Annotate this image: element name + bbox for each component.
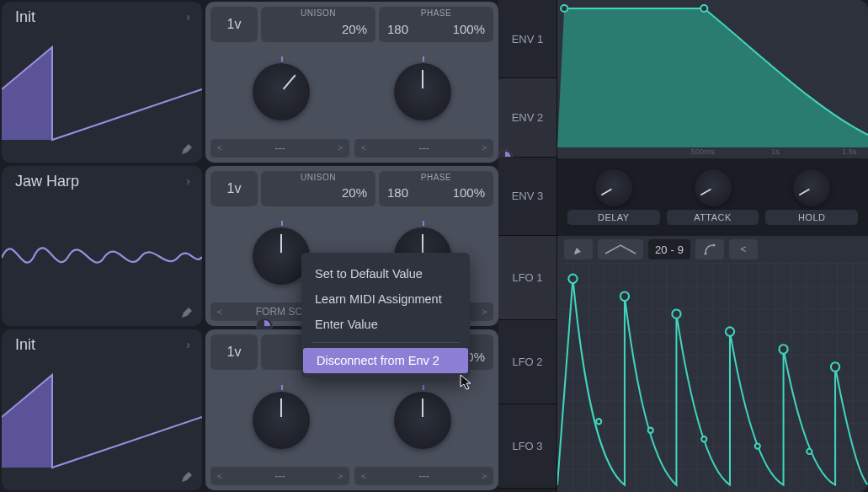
- waveform-display: [2, 195, 202, 313]
- svg-point-1: [561, 5, 567, 12]
- delay-knob[interactable]: [595, 169, 632, 206]
- hold-knob[interactable]: [793, 169, 830, 206]
- phase-group[interactable]: PHASE 180100%: [379, 7, 493, 42]
- lfo-toolbar: 20-9 <: [557, 236, 868, 263]
- svg-rect-9: [557, 263, 868, 492]
- context-menu: Set to Default Value Learn MIDI Assignme…: [301, 253, 470, 378]
- menu-enter-value[interactable]: Enter Value: [301, 312, 470, 337]
- osc-preset-name: Init: [15, 8, 35, 26]
- svg-point-6: [705, 253, 707, 255]
- env-knob-row: DELAY ATTACK HOLD: [557, 158, 868, 236]
- phase-knob[interactable]: [394, 63, 451, 120]
- svg-point-13: [726, 327, 734, 335]
- tab-lfo2[interactable]: LFO 2: [498, 320, 556, 404]
- svg-text:1s: 1s: [771, 147, 780, 156]
- svg-point-18: [701, 436, 706, 441]
- brush-icon[interactable]: [564, 239, 593, 259]
- pencil-icon[interactable]: [180, 142, 194, 156]
- nav-selector-1[interactable]: <--->: [210, 467, 349, 485]
- menu-separator: [312, 342, 460, 343]
- oscillator-column: Init › 1v UNISON 20% PHASE: [0, 0, 498, 492]
- unison-group[interactable]: UNISON 20%: [261, 7, 375, 42]
- curve-icon[interactable]: [695, 239, 724, 259]
- pencil-icon[interactable]: [180, 306, 194, 319]
- shape-preset-icon[interactable]: [598, 239, 643, 259]
- phase-knob[interactable]: [394, 392, 451, 449]
- modulation-column: ENV 1 ENV 2 ENV 3 500ms: [498, 0, 868, 492]
- pencil-icon[interactable]: [180, 470, 194, 484]
- menu-learn-midi[interactable]: Learn MIDI Assignment: [301, 286, 470, 312]
- svg-point-10: [568, 275, 577, 283]
- unison-knob[interactable]: [253, 392, 310, 449]
- chevron-right-icon[interactable]: ›: [186, 10, 190, 24]
- attack-knob[interactable]: [695, 169, 732, 206]
- svg-point-19: [755, 443, 760, 448]
- env-hold: HOLD: [765, 169, 858, 225]
- menu-set-default[interactable]: Set to Default Value: [301, 261, 470, 286]
- svg-point-7: [713, 244, 716, 247]
- osc-preset-name: Init: [15, 336, 35, 354]
- svg-point-12: [672, 309, 680, 318]
- nav-selector-2[interactable]: <--->: [354, 467, 493, 485]
- chevron-right-icon[interactable]: ›: [186, 174, 190, 188]
- tab-lfo3[interactable]: LFO 3: [498, 404, 556, 489]
- wave-panel-2[interactable]: Jaw Harp ›: [2, 166, 202, 327]
- envelope-graph[interactable]: 500ms 1s 1.5s: [557, 0, 868, 158]
- svg-text:1.5s: 1.5s: [842, 147, 857, 156]
- osc-preset-name: Jaw Harp: [15, 173, 79, 190]
- tab-lfo1[interactable]: LFO 1: [498, 236, 556, 320]
- svg-point-14: [779, 345, 787, 353]
- svg-point-16: [596, 419, 601, 424]
- svg-point-17: [648, 428, 653, 433]
- svg-point-2: [700, 5, 707, 12]
- cursor-icon: [460, 374, 473, 391]
- unison-group[interactable]: UNISON 20%: [261, 171, 375, 206]
- svg-text:500ms: 500ms: [691, 147, 715, 156]
- osc-row-1: Init › 1v UNISON 20% PHASE: [2, 2, 498, 163]
- voice-count[interactable]: 1v: [210, 334, 258, 370]
- svg-point-11: [620, 292, 629, 301]
- voice-count[interactable]: 1v: [210, 7, 258, 42]
- waveform-display: [2, 30, 202, 148]
- tab-env1[interactable]: ENV 1: [498, 0, 556, 78]
- nav-selector-1[interactable]: <--->: [210, 139, 349, 158]
- lfo-graph[interactable]: [557, 263, 868, 492]
- env-attack: ATTACK: [667, 169, 759, 225]
- wave-panel-3[interactable]: Init ›: [2, 329, 202, 490]
- wave-panel-1[interactable]: Init ›: [2, 2, 202, 163]
- lfo-grid-input[interactable]: 20-9: [648, 239, 690, 259]
- chevron-left-icon[interactable]: <: [729, 239, 758, 259]
- waveform-display: [2, 358, 202, 476]
- tab-env2[interactable]: ENV 2: [498, 78, 556, 157]
- svg-point-15: [831, 362, 839, 371]
- menu-disconnect[interactable]: Disconnect from Env 2: [303, 348, 468, 373]
- svg-point-20: [807, 449, 812, 454]
- tab-env3[interactable]: ENV 3: [498, 158, 556, 236]
- voice-count[interactable]: 1v: [210, 171, 258, 206]
- unison-knob[interactable]: [253, 63, 310, 120]
- phase-group[interactable]: PHASE 180100%: [379, 171, 493, 206]
- env-tabs: ENV 1 ENV 2 ENV 3: [498, 0, 557, 236]
- chevron-right-icon[interactable]: ›: [186, 338, 190, 351]
- nav-selector-2[interactable]: <--->: [354, 139, 493, 158]
- env-delay: DELAY: [567, 169, 660, 225]
- lfo-tabs: LFO 1 LFO 2 LFO 3: [498, 236, 557, 492]
- osc-params-1: 1v UNISON 20% PHASE 180100% <--->: [205, 2, 498, 163]
